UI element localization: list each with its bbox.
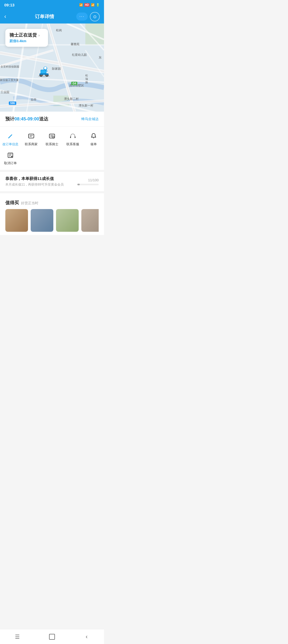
action-edit-label: 改订单信息: [2, 142, 18, 147]
delivery-distance: 距你3.4km: [10, 39, 44, 44]
action-urge[interactable]: 催单: [83, 130, 104, 149]
signal-icon: 📶: [91, 3, 95, 7]
map-label-tantou1: 潭头新一村: [79, 104, 93, 108]
action-grid: 改订单信息 联系商家: [0, 127, 104, 172]
map-label-hongxing: 红星幼儿园: [72, 53, 87, 57]
action-cancel-label: 取消订单: [4, 161, 17, 166]
recommend-img-2: [31, 209, 53, 232]
growth-progress-bar: [77, 184, 99, 185]
network-icon: HD: [84, 3, 90, 7]
growth-title: 恭喜你，本单获得11成长值: [5, 176, 77, 181]
contact-rider-icon: [48, 132, 56, 140]
recommend-section: 值得买 好货正当时: [0, 195, 104, 235]
back-button[interactable]: ‹: [4, 13, 13, 20]
recommend-item-3[interactable]: [56, 209, 79, 232]
delivery-time-range: 08:45-09:00: [14, 116, 39, 121]
delivery-card-arrow: ›: [38, 33, 40, 37]
map-label-hounting: 后亭: [31, 98, 37, 102]
recommend-subtitle: 好货正当时: [21, 201, 38, 206]
delivery-time-text: 预计08:45-09:00送达: [5, 116, 48, 122]
action-cancel-order[interactable]: 取消订单: [0, 149, 21, 168]
recommend-grid: [5, 209, 99, 232]
header-actions: ··· ⊙: [76, 12, 100, 21]
recommend-item-1[interactable]: [5, 209, 28, 232]
action-contact-rider[interactable]: 联系骑士: [42, 130, 62, 149]
recommend-title: 值得买: [5, 200, 19, 206]
map-label-jiajia: 际家园: [52, 67, 61, 71]
map-container[interactable]: 松岗 馨雅苑 红星幼儿园 东 全至科技创新园 际家园 新宝益工贸大厦 松瑞路 西…: [0, 23, 104, 112]
action-contact-service[interactable]: 联系客服: [62, 130, 83, 149]
dist-value: 3.4km: [17, 39, 26, 43]
page-title: 订单详情: [13, 13, 76, 20]
map-label-gongyeyuan: 工业园: [1, 90, 9, 94]
status-icons: 📶 HD 📶 🔋: [79, 3, 100, 7]
delivery-time-bar: 预计08:45-09:00送达 蜂鸟全城达: [0, 112, 104, 127]
growth-progress-fill: [77, 184, 80, 185]
recommend-img-3: [56, 209, 79, 232]
contact-merchant-icon: [27, 132, 35, 140]
delivery-status-card[interactable]: 骑士正在送货 › 距你3.4km: [5, 29, 48, 47]
delivery-prefix: 预计: [5, 116, 14, 121]
map-label-quanzhi: 全至科技创新园: [1, 65, 19, 69]
svg-rect-21: [41, 70, 46, 73]
map-badge-g4-1: G4: [71, 82, 77, 85]
svg-rect-1: [85, 23, 104, 45]
delivery-service[interactable]: 蜂鸟全城达: [81, 117, 99, 121]
map-badge-s86-1: S86: [9, 101, 16, 105]
svg-point-23: [44, 67, 47, 69]
action-edit-order[interactable]: 改订单信息: [0, 130, 21, 149]
svg-rect-30: [29, 134, 34, 138]
action-service-label: 联系客服: [66, 142, 79, 147]
growth-subtitle: 本月成长值11，再获得89可升至黄金会员: [5, 182, 77, 187]
growth-card[interactable]: 恭喜你，本单获得11成长值 本月成长值11，再获得89可升至黄金会员 11/10…: [0, 172, 104, 193]
header: ‹ 订单详情 ··· ⊙: [0, 10, 104, 23]
map-label-east: 东: [99, 56, 102, 60]
map-label-xinyayuan: 馨雅苑: [71, 42, 79, 46]
contact-service-icon: [69, 132, 77, 140]
recommend-item-4[interactable]: [81, 209, 99, 232]
map-label-tantou2: 潭头新二村: [64, 97, 79, 101]
edit-order-icon: [6, 132, 15, 140]
dist-prefix: 距你: [10, 39, 17, 43]
delivery-suffix: 送达: [39, 116, 48, 121]
rider-icon: [37, 65, 51, 78]
action-urge-label: 催单: [90, 142, 97, 147]
sim-icon: 📶: [79, 3, 83, 7]
action-contact-merchant[interactable]: 联系商家: [21, 130, 42, 149]
action-rider-label: 联系骑士: [46, 142, 58, 147]
delivery-status-text: 骑士正在送货: [10, 32, 37, 38]
map-label-songrui: 松瑞路: [85, 74, 88, 84]
locate-button[interactable]: ⊙: [90, 12, 100, 21]
more-button[interactable]: ···: [76, 13, 88, 21]
map-background: 松岗 馨雅苑 红星幼儿园 东 全至科技创新园 际家园 新宝益工贸大厦 松瑞路 西…: [0, 23, 104, 112]
recommend-item-2[interactable]: [31, 209, 53, 232]
cancel-order-icon: [6, 151, 15, 159]
svg-rect-29: [39, 73, 49, 75]
bottom-sheet: 预计08:45-09:00送达 蜂鸟全城达 改订单信息: [0, 112, 104, 235]
action-merchant-label: 联系商家: [25, 142, 38, 147]
recommend-img-1: [5, 209, 28, 232]
status-time: 09:13: [4, 3, 14, 7]
urge-icon: [89, 132, 98, 140]
map-label-songgang: 松岗: [56, 28, 62, 32]
status-bar: 09:13 📶 HD 📶 🔋: [0, 0, 104, 10]
growth-progress-text: 11/100: [88, 178, 99, 182]
map-label-xinbaoyi: 新宝益工贸大厦: [0, 78, 19, 82]
recommend-header: 值得买 好货正当时: [5, 200, 99, 206]
recommend-img-4: [81, 209, 99, 232]
battery-icon: 🔋: [96, 3, 100, 7]
